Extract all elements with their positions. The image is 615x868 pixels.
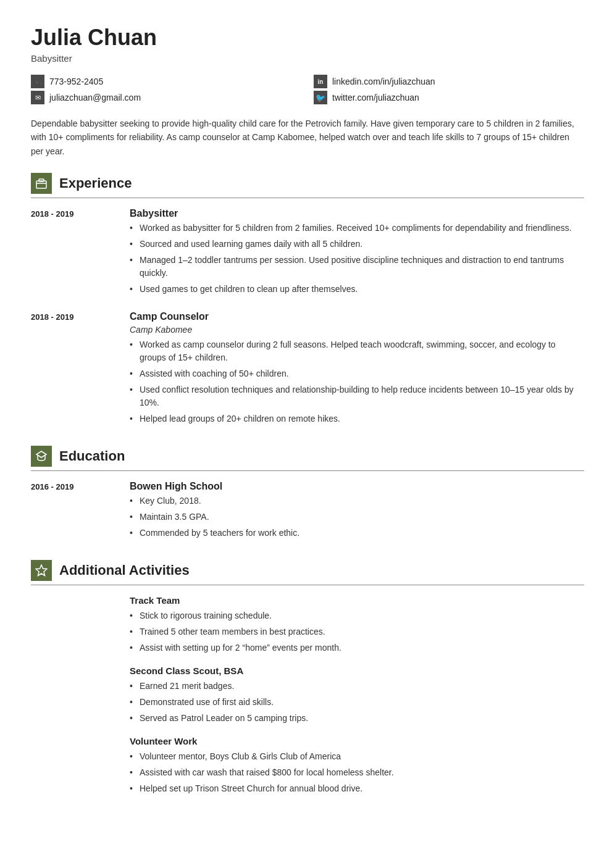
bullet-item: Assisted with coaching of 50+ children. bbox=[130, 367, 584, 380]
svg-rect-1 bbox=[39, 179, 44, 182]
experience-title: Experience bbox=[59, 175, 132, 191]
counselor-content: Camp Counselor Camp Kabomee Worked as ca… bbox=[130, 311, 584, 428]
bullet-item: Maintain 3.5 GPA. bbox=[130, 511, 584, 524]
email-text: juliazchuan@gmail.com bbox=[49, 93, 141, 102]
svg-rect-0 bbox=[36, 181, 46, 188]
phone-text: 773-952-2405 bbox=[49, 77, 103, 86]
activities-icon bbox=[31, 560, 52, 581]
babysitter-bullets: Worked as babysitter for 5 children from… bbox=[130, 222, 584, 296]
twitter-text: twitter.com/juliazchuan bbox=[332, 93, 419, 102]
bullet-item: Earned 21 merit badges. bbox=[130, 680, 584, 693]
bowen-content: Bowen High School Key Club, 2018. Mainta… bbox=[130, 481, 584, 543]
bullet-item: Helped lead groups of 20+ children on re… bbox=[130, 412, 584, 425]
contact-phone: 📞 773-952-2405 bbox=[31, 75, 301, 88]
summary-text: Dependable babysitter seeking to provide… bbox=[31, 117, 584, 158]
svg-marker-4 bbox=[36, 565, 47, 576]
track-team-title: Track Team bbox=[130, 595, 584, 606]
experience-entry-counselor: 2018 - 2019 Camp Counselor Camp Kabomee … bbox=[31, 311, 584, 428]
bullet-item: Key Club, 2018. bbox=[130, 495, 584, 507]
activities-content: Track Team Stick to rigorous training sc… bbox=[31, 595, 584, 795]
linkedin-text: linkedin.com/in/juliazchuan bbox=[332, 77, 435, 86]
bullet-item: Managed 1–2 toddler tantrums per session… bbox=[130, 254, 584, 280]
linkedin-icon: in bbox=[314, 75, 327, 88]
bullet-item: Trained 5 other team members in best pra… bbox=[130, 625, 584, 638]
education-title: Education bbox=[59, 448, 125, 464]
volunteer-title: Volunteer Work bbox=[130, 736, 584, 746]
bullet-item: Worked as camp counselor during 2 full s… bbox=[130, 338, 584, 364]
education-header: Education bbox=[31, 446, 584, 471]
email-icon: ✉ bbox=[31, 91, 44, 104]
contact-email: ✉ juliazchuan@gmail.com bbox=[31, 91, 301, 104]
activities-section: Additional Activities Track Team Stick t… bbox=[31, 560, 584, 795]
track-team-group: Track Team Stick to rigorous training sc… bbox=[130, 595, 584, 654]
candidate-name: Julia Chuan bbox=[31, 25, 584, 51]
counselor-bullets: Worked as camp counselor during 2 full s… bbox=[130, 338, 584, 425]
education-section: Education 2016 - 2019 Bowen High School … bbox=[31, 446, 584, 543]
bowen-title: Bowen High School bbox=[130, 481, 584, 492]
bowen-dates: 2016 - 2019 bbox=[31, 481, 117, 543]
education-entry-bowen: 2016 - 2019 Bowen High School Key Club, … bbox=[31, 481, 584, 543]
twitter-icon: 🐦 bbox=[314, 91, 327, 104]
education-icon bbox=[31, 446, 52, 467]
contact-twitter: 🐦 twitter.com/juliazchuan bbox=[314, 91, 584, 104]
bullet-item: Assist with setting up for 2 “home” even… bbox=[130, 641, 584, 654]
activities-header: Additional Activities bbox=[31, 560, 584, 585]
bullet-item: Stick to rigorous training schedule. bbox=[130, 609, 584, 622]
counselor-title: Camp Counselor bbox=[130, 311, 584, 322]
contact-grid: 📞 773-952-2405 in linkedin.com/in/juliaz… bbox=[31, 75, 584, 104]
babysitter-content: Babysitter Worked as babysitter for 5 ch… bbox=[130, 208, 584, 299]
counselor-subtitle: Camp Kabomee bbox=[130, 325, 584, 335]
bowen-bullets: Key Club, 2018. Maintain 3.5 GPA. Commen… bbox=[130, 495, 584, 540]
experience-entry-babysitter: 2018 - 2019 Babysitter Worked as babysit… bbox=[31, 208, 584, 299]
counselor-dates: 2018 - 2019 bbox=[31, 311, 117, 428]
bullet-item: Used conflict resolution techniques and … bbox=[130, 383, 584, 409]
bullet-item: Helped set up Trison Street Church for a… bbox=[130, 782, 584, 795]
experience-icon bbox=[31, 173, 52, 194]
experience-section: Experience 2018 - 2019 Babysitter Worked… bbox=[31, 173, 584, 428]
bullet-item: Volunteer mentor, Boys Club & Girls Club… bbox=[130, 750, 584, 763]
scout-bullets: Earned 21 merit badges. Demonstrated use… bbox=[130, 680, 584, 725]
bullet-item: Used games to get children to clean up a… bbox=[130, 283, 584, 296]
contact-linkedin: in linkedin.com/in/juliazchuan bbox=[314, 75, 584, 88]
bullet-item: Served as Patrol Leader on 5 camping tri… bbox=[130, 712, 584, 725]
babysitter-title: Babysitter bbox=[130, 208, 584, 219]
bullet-item: Assisted with car wash that raised $800 … bbox=[130, 766, 584, 779]
bullet-item: Commended by 5 teachers for work ethic. bbox=[130, 527, 584, 540]
scout-group: Second Class Scout, BSA Earned 21 merit … bbox=[130, 666, 584, 725]
bullet-item: Worked as babysitter for 5 children from… bbox=[130, 222, 584, 235]
bullet-item: Demonstrated use of first aid skills. bbox=[130, 696, 584, 709]
scout-title: Second Class Scout, BSA bbox=[130, 666, 584, 676]
experience-header: Experience bbox=[31, 173, 584, 198]
phone-icon: 📞 bbox=[31, 75, 44, 88]
activities-title: Additional Activities bbox=[59, 562, 190, 578]
babysitter-dates: 2018 - 2019 bbox=[31, 208, 117, 299]
candidate-title: Babysitter bbox=[31, 53, 584, 64]
volunteer-group: Volunteer Work Volunteer mentor, Boys Cl… bbox=[130, 736, 584, 795]
header: Julia Chuan Babysitter 📞 773-952-2405 in… bbox=[31, 25, 584, 104]
volunteer-bullets: Volunteer mentor, Boys Club & Girls Club… bbox=[130, 750, 584, 795]
bullet-item: Sourced and used learning games daily wi… bbox=[130, 238, 584, 251]
track-team-bullets: Stick to rigorous training schedule. Tra… bbox=[130, 609, 584, 654]
